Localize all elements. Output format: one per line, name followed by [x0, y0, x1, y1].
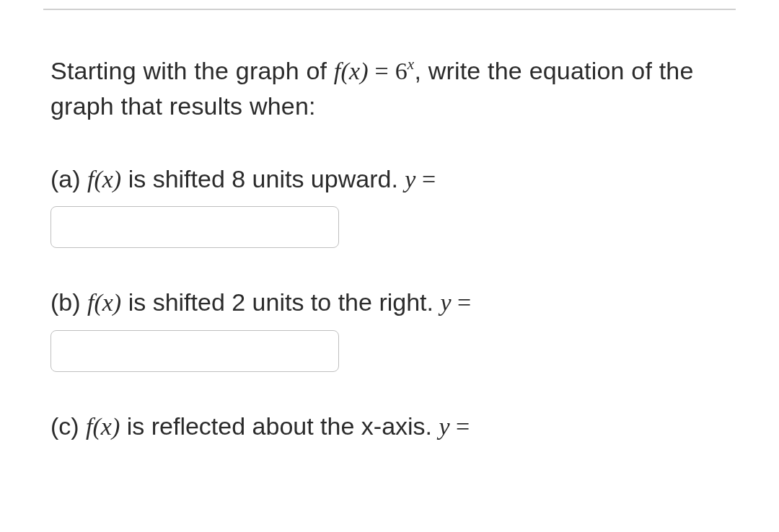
- part-c-func: f(x): [86, 413, 120, 440]
- part-b-yvar: y: [440, 289, 451, 316]
- intro-text-pre: Starting with the graph of: [50, 57, 334, 84]
- part-c-label: (c): [50, 412, 86, 440]
- part-b-prompt: (b) f(x) is shifted 2 units to the right…: [50, 285, 729, 320]
- intro-function: f(x): [334, 58, 369, 84]
- part-c-yvar: y: [439, 413, 450, 440]
- part-b-desc: is shifted 2 units to the right.: [121, 288, 440, 316]
- part-a-desc: is shifted 8 units upward.: [121, 165, 405, 192]
- intro-base: 6: [395, 58, 408, 84]
- part-a-answer-input[interactable]: [50, 206, 339, 248]
- part-b: (b) f(x) is shifted 2 units to the right…: [50, 285, 729, 372]
- part-a-func: f(x): [87, 166, 121, 192]
- part-b-func: f(x): [87, 289, 121, 316]
- intro-exponent: x: [408, 56, 415, 73]
- question-intro: Starting with the graph of f(x) = 6x, wr…: [50, 53, 700, 125]
- intro-eq: =: [369, 58, 395, 84]
- part-a-eq: =: [415, 166, 436, 192]
- part-b-eq: =: [452, 289, 472, 316]
- part-a: (a) f(x) is shifted 8 units upward. y =: [50, 162, 729, 249]
- part-c-prompt: (c) f(x) is reflected about the x-axis. …: [50, 409, 729, 444]
- part-c: (c) f(x) is reflected about the x-axis. …: [50, 409, 729, 444]
- part-c-desc: is reflected about the x-axis.: [120, 412, 439, 440]
- part-a-label: (a): [50, 165, 87, 192]
- part-a-yvar: y: [405, 166, 415, 192]
- part-a-prompt: (a) f(x) is shifted 8 units upward. y =: [50, 162, 729, 197]
- part-c-eq: =: [450, 413, 470, 440]
- question-body: Starting with the graph of f(x) = 6x, wr…: [0, 10, 779, 443]
- part-b-label: (b): [50, 288, 87, 316]
- part-b-answer-input[interactable]: [50, 330, 339, 372]
